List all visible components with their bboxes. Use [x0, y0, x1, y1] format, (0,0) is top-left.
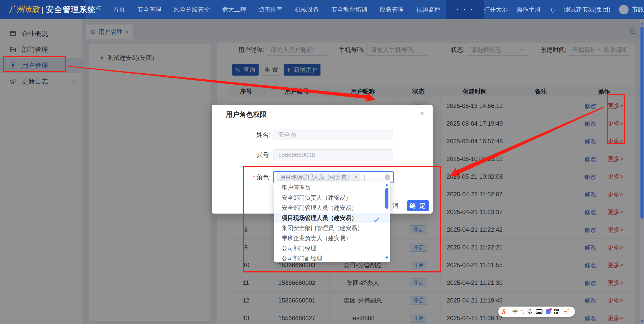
scrollbar-thumb[interactable]	[640, 27, 643, 219]
dialog-close-icon[interactable]: ×	[420, 109, 424, 118]
dropdown-scroll-up-icon[interactable]	[385, 183, 388, 186]
role-tag: 项目现场管理人员（建安易） ×	[277, 173, 360, 181]
clear-icon[interactable]: ×	[385, 174, 390, 180]
required-mark: *	[253, 174, 255, 181]
text-cursor	[364, 174, 364, 181]
ime-divider	[509, 309, 509, 314]
app-root: 广州市政 | 安全管理系统 首页安全管理风险分级管控危大工程隐患排查机械设备安全…	[0, 0, 644, 324]
dropdown-option[interactable]: 安全部门负责人（建安易）	[274, 193, 390, 203]
nav-item-2[interactable]: 安全管理	[131, 0, 167, 19]
tag-close-icon[interactable]: ×	[355, 175, 357, 180]
avatar[interactable]	[619, 5, 629, 14]
nav-item-6[interactable]: 机械设备	[289, 0, 325, 19]
navbar-right: 打开大屏 操作手册 测试建安易(集团) 市政集团安全部	[484, 0, 644, 19]
open-big-screen-link[interactable]: 打开大屏	[484, 6, 508, 14]
tenant-switcher[interactable]: 测试建安易(集团)	[564, 6, 610, 14]
menu-collapse-icon[interactable]	[91, 0, 107, 19]
scrollbar-down-arrow[interactable]	[640, 320, 643, 322]
keyboard-icon[interactable]	[536, 309, 542, 314]
dropdown-option[interactable]: 租户管理员	[274, 182, 390, 193]
role-label-text: 角色:	[256, 174, 271, 181]
scrollbar-up-arrow[interactable]	[640, 22, 643, 25]
dropdown-option[interactable]: 项目现场管理人员（建安易）	[274, 213, 390, 223]
role-dropdown: 租户管理员安全部门负责人（建安易）安全部门管理人员（建安易）项目现场管理人员（建…	[274, 181, 390, 262]
grid-icon[interactable]	[554, 309, 560, 314]
role-label: *角色:	[237, 172, 271, 183]
dropdown-option[interactable]: 公司部门经理	[274, 243, 390, 253]
chinese-mode-icon[interactable]: 中	[512, 308, 518, 315]
account-input[interactable]: 15666660018	[273, 149, 393, 160]
notification-bell-icon[interactable]	[549, 6, 556, 13]
logo-divider: |	[41, 5, 43, 14]
nav-item-9[interactable]: 视频监控	[410, 0, 446, 19]
nav-menu: 首页安全管理风险分级管控危大工程隐患排查机械设备安全教育培训应急管理视频监控 ・…	[91, 0, 484, 19]
manual-link[interactable]: 操作手册	[516, 6, 541, 14]
ime-toolbar: S 中 °,	[498, 307, 575, 317]
nav-item-5[interactable]: 隐患排查	[252, 0, 289, 19]
emoji-icon[interactable]	[563, 309, 568, 314]
logo: 广州市政 | 安全管理系统	[0, 0, 85, 19]
logo-title: 安全管理系统	[46, 4, 96, 15]
dropdown-option[interactable]: 带班企业负责人（建安易）	[274, 233, 390, 243]
dialog-divider	[212, 121, 433, 121]
nav-item-8[interactable]: 应急管理	[374, 0, 410, 19]
page-scrollbar[interactable]	[640, 19, 644, 324]
confirm-button[interactable]: 确 定	[407, 200, 429, 211]
nav-items: 首页安全管理风险分级管控危大工程隐患排查机械设备安全教育培训应急管理视频监控	[107, 0, 446, 19]
name-label: 姓名:	[237, 129, 271, 140]
nav-item-3[interactable]: 风险分级管控	[167, 0, 216, 19]
nav-item-1[interactable]: 首页	[107, 0, 131, 19]
nav-item-4[interactable]: 危大工程	[216, 0, 252, 19]
hamburger-icon	[95, 5, 102, 12]
dropdown-scrollbar[interactable]	[385, 181, 389, 262]
mic-icon[interactable]	[527, 309, 533, 315]
nav-item-7[interactable]: 安全教育培训	[325, 0, 374, 19]
top-navbar: 广州市政 | 安全管理系统 首页安全管理风险分级管控危大工程隐患排查机械设备安全…	[0, 0, 644, 19]
dropdown-scroll-thumb[interactable]	[385, 188, 388, 209]
dropdown-option[interactable]: 公司部门副经理	[274, 253, 390, 262]
dropdown-option[interactable]: 集团安全部门管理员（建安易）	[274, 223, 390, 233]
dropdown-scroll-down-icon[interactable]	[385, 257, 388, 259]
skin-icon[interactable]	[546, 309, 551, 314]
name-input[interactable]: 安全员	[273, 129, 393, 140]
dropdown-option[interactable]: 安全部门管理人员（建安易）	[274, 203, 390, 213]
account-label: 账号:	[237, 149, 271, 160]
dialog-title: 用户角色权限	[226, 110, 267, 119]
current-user-name[interactable]: 市政集团安全部	[632, 5, 644, 14]
sogou-s-icon[interactable]: S	[502, 308, 506, 315]
role-tag-label: 项目现场管理人员（建安易）	[280, 173, 352, 181]
logo-brand-text: 广州市政	[9, 4, 39, 15]
nav-more-button[interactable]: ・・・	[446, 0, 484, 19]
punctuation-icon[interactable]: °,	[521, 309, 524, 315]
